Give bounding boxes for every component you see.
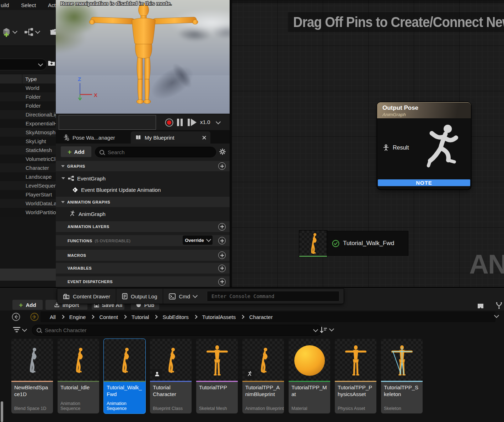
dragged-asset-label[interactable]: Tutorial_Walk_Fwd [327, 231, 408, 256]
asset-tile[interactable]: TutorialTPP_Skeleton Skeleton [381, 339, 423, 413]
override-dropdown[interactable]: Override [183, 236, 213, 245]
outliner-row[interactable]: Landscape [0, 172, 56, 181]
asset-tile[interactable]: TutorialTPP_PhysicsAsset Physics Asset [335, 339, 376, 413]
breadcrumb-item[interactable]: TutorialAssets [202, 314, 236, 320]
output-pose-node[interactable]: Output Pose AnimGraph Result NOTE [377, 102, 471, 189]
asset-tile[interactable]: Tutorial_Idle Animation Sequence [58, 339, 99, 413]
playback-speed[interactable]: x1.0 [200, 119, 210, 125]
outliner-row[interactable]: Character [0, 163, 56, 172]
play-icon[interactable] [191, 119, 197, 126]
tab-pose-watch-manager[interactable]: Pose Wa...anager [58, 131, 120, 144]
outliner-row[interactable]: World [0, 83, 56, 92]
output-log-button[interactable]: Output Log [116, 289, 163, 304]
anim-graph-canvas[interactable]: Drag Off Pins to Create/Connect New ANI … [230, 0, 504, 288]
cb-add-button[interactable]: + Add [12, 300, 43, 310]
result-pin[interactable]: Result [382, 144, 409, 151]
chevron-down-icon[interactable] [329, 326, 334, 331]
breadcrumb[interactable]: All Engine Content Tutorial SubEditors T… [41, 312, 495, 322]
gear-icon[interactable] [219, 148, 226, 155]
create-folder-button[interactable] [48, 59, 55, 66]
asset-search-box[interactable] [32, 325, 322, 336]
add-macro-icon[interactable] [218, 251, 226, 259]
section-animation-graphs[interactable]: ANIMATION GRAPHS [56, 197, 230, 207]
asset-tile[interactable]: Tutorial_Walk_Fwd Animation Sequence [104, 339, 145, 413]
add-button[interactable]: + Add [61, 146, 91, 157]
menu-item-actor[interactable]: Act [48, 2, 56, 8]
cmd-button[interactable]: Cmd [163, 289, 203, 304]
playback-bar: x1.0 [56, 114, 230, 130]
outliner-row[interactable]: LevelSequence [0, 181, 56, 190]
timeline-scrubber[interactable] [59, 115, 156, 130]
section-graphs[interactable]: GRAPHS [56, 161, 230, 171]
node-header[interactable]: Output Pose AnimGraph [377, 102, 471, 118]
asset-tile[interactable]: TutorialTPP_AnimBlueprint Animation Blue… [242, 339, 284, 413]
vertical-scrollbar[interactable] [1, 401, 3, 422]
add-graph-icon[interactable] [218, 162, 226, 170]
asset-tile[interactable]: TutorialTPP Skeletal Mesh [196, 339, 238, 413]
preview-viewport[interactable]: Z X Bone manipulation is disabled in thi… [56, 0, 230, 114]
section-event-dispatchers[interactable]: EVENT DISPATCHERS [56, 276, 230, 287]
sort-icon[interactable] [319, 326, 328, 334]
outliner-row[interactable]: ExponentialHeightFog [0, 119, 56, 128]
pause-button[interactable] [181, 119, 183, 126]
blueprints-button[interactable] [24, 28, 39, 36]
section-variables[interactable]: VARIABLES [56, 263, 230, 274]
bookmark-icon[interactable] [477, 303, 484, 309]
breadcrumb-item[interactable]: Character [249, 314, 273, 320]
breadcrumb-item[interactable]: Content [99, 314, 118, 320]
asset-search-input[interactable] [44, 327, 311, 334]
back-button[interactable] [11, 312, 21, 321]
section-animation-layers[interactable]: ANIMATION LAYERS [56, 221, 230, 232]
close-icon[interactable] [202, 136, 206, 140]
outliner-row[interactable]: Folder [0, 101, 56, 110]
item-event-blueprint-update-animation[interactable]: Event Blueprint Update Animation [56, 184, 230, 195]
add-actor-button[interactable] [2, 27, 17, 37]
asset-title: Tutorial_Idle [60, 384, 96, 391]
outliner-type-column[interactable]: Type [22, 76, 37, 82]
section-functions[interactable]: FUNCTIONS (5 OVERRIDABLE) Override [56, 235, 230, 246]
console-command-input[interactable] [211, 293, 336, 299]
filter-icon[interactable] [13, 326, 21, 333]
breadcrumb-item[interactable]: Engine [69, 314, 86, 320]
add-function-icon[interactable] [218, 237, 226, 244]
item-anim-graph[interactable]: AnimGraph [56, 209, 230, 219]
asset-tile[interactable]: Tutorial Character Blueprint Class [150, 339, 192, 413]
menu-item-build[interactable]: uild [1, 2, 9, 8]
asset-tile[interactable]: TutorialTPP_Mat Material [289, 339, 330, 413]
asset-tile[interactable]: NewBlendSpace1D Blend Space 1D [11, 339, 53, 413]
add-animation-layer-icon[interactable] [218, 223, 226, 231]
outliner-label-column[interactable] [0, 74, 22, 83]
outliner-row[interactable]: PlayerStart [0, 190, 56, 199]
console-command-box[interactable] [207, 291, 339, 302]
outliner-filter-dropdown[interactable] [0, 59, 47, 70]
record-button[interactable] [165, 118, 174, 127]
menu-item-select[interactable]: Select [21, 2, 36, 8]
section-macros[interactable]: MACROS [56, 250, 230, 261]
settings-fork-icon[interactable] [495, 302, 503, 309]
breadcrumb-item[interactable]: Tutorial [132, 314, 149, 320]
outliner-row[interactable]: Folder [0, 92, 56, 101]
breadcrumb-item[interactable]: SubEditors [162, 314, 188, 320]
outliner-row[interactable]: WorldDataLayers [0, 199, 56, 208]
outliner-row[interactable]: WorldPartition [0, 208, 56, 217]
chevron-down-icon[interactable] [22, 327, 27, 332]
chevron-down-icon[interactable] [216, 119, 221, 124]
outliner-row[interactable]: DirectionalLight [0, 110, 56, 119]
outliner-row[interactable]: VolumetricCloud [0, 155, 56, 163]
dragged-asset-thumbnail[interactable] [299, 230, 327, 257]
blueprint-search-box[interactable] [95, 147, 216, 157]
tab-my-blueprint[interactable]: My Blueprint [131, 131, 210, 144]
add-event-dispatcher-icon[interactable] [218, 278, 226, 286]
outliner-row[interactable]: SkyAtmosphere [0, 128, 56, 137]
step-forward-button[interactable] [188, 119, 190, 126]
outliner-row[interactable]: StaticMesh [0, 146, 56, 155]
add-variable-icon[interactable] [218, 265, 226, 272]
blueprint-search-input[interactable] [107, 149, 211, 156]
outliner-row[interactable]: SkyLight [0, 137, 56, 146]
breadcrumb-item[interactable]: All [50, 314, 56, 320]
asset-thumbnail [242, 339, 284, 382]
item-event-graph[interactable]: EventGraph [56, 173, 230, 184]
content-drawer-button[interactable]: Content Drawer [57, 289, 116, 304]
pause-button[interactable] [177, 119, 179, 126]
forward-button[interactable] [30, 312, 39, 321]
